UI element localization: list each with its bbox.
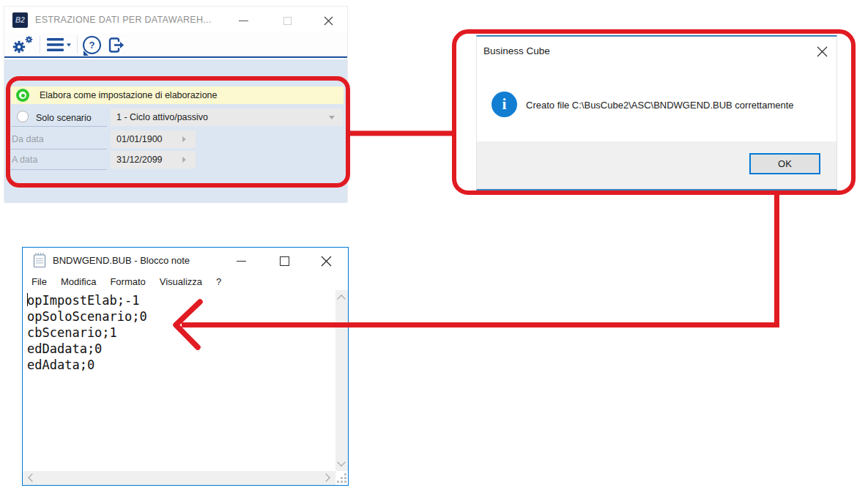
radio-inner-ring	[19, 92, 26, 99]
notepad-titlebar: BNDWGEND.BUB - Blocco note	[23, 248, 348, 273]
text-line: edAdata;0	[27, 357, 335, 373]
notepad-maximize-button[interactable]	[277, 253, 292, 268]
da-data-label: Da data	[12, 134, 44, 144]
text-line: cbScenario;1	[27, 325, 335, 341]
chevron-right-icon	[182, 136, 186, 142]
field-underline	[11, 169, 107, 170]
extraction-window: B2 ESTRAZIONE DATI PER DATAWAREH...	[4, 6, 348, 202]
toolbar-separator	[77, 36, 78, 53]
menu-file[interactable]: File	[31, 276, 47, 287]
solo-scenario-label: Solo scenario	[36, 113, 92, 123]
a-data-field[interactable]: 31/12/2099	[111, 151, 196, 169]
scroll-right-icon[interactable]	[322, 473, 330, 481]
maximize-icon	[283, 17, 292, 25]
app-logo-icon: B2	[12, 12, 28, 28]
notepad-icon	[32, 252, 47, 268]
notepad-minimize-button[interactable]	[234, 253, 248, 268]
minimize-icon	[239, 21, 248, 21]
scroll-up-icon[interactable]	[337, 295, 345, 303]
scroll-left-icon[interactable]	[28, 473, 36, 481]
dialog-footer: OK	[477, 141, 837, 189]
notepad-window: BNDWGEND.BUB - Blocco note File Modifica…	[22, 247, 349, 486]
extraction-form: Elabora come impostazione di elaborazion…	[4, 59, 347, 203]
notepad-close-button[interactable]	[319, 253, 333, 268]
dialog-title: Business Cube	[483, 45, 550, 56]
notepad-text-area[interactable]: opImpostElab;-1opSoloScenario;0cbScenari…	[23, 290, 335, 471]
canvas: B2 ESTRAZIONE DATI PER DATAWAREH...	[0, 0, 868, 496]
elabora-option-label: Elabora come impostazione di elaborazion…	[40, 90, 218, 100]
scenario-select[interactable]: 1 - Ciclo attivo/passivo	[111, 108, 343, 126]
help-icon[interactable]: ?	[83, 36, 101, 54]
extraction-toolbar: ?	[4, 33, 347, 58]
menu-visualizza[interactable]: Visualizza	[160, 276, 202, 287]
resize-grip[interactable]	[337, 473, 346, 483]
close-icon	[320, 255, 333, 267]
close-icon	[816, 45, 828, 58]
solo-scenario-radio[interactable]	[17, 111, 29, 122]
menu-formato[interactable]: Formato	[110, 276, 145, 287]
scenario-select-value: 1 - Ciclo attivo/passivo	[116, 112, 208, 122]
menu-modifica[interactable]: Modifica	[61, 276, 96, 287]
a-data-value: 31/12/2099	[116, 155, 163, 165]
radio-inner-dot	[21, 94, 25, 97]
maximize-button[interactable]	[280, 13, 294, 28]
field-underline	[11, 149, 107, 149]
business-cube-dialog: Business Cube i Creato file C:\BusCube2\…	[476, 35, 837, 190]
a-data-label: A data	[12, 155, 37, 165]
da-data-value: 01/01/1900	[116, 134, 163, 144]
text-line: opImpostElab;-1	[27, 292, 335, 308]
menu-help[interactable]: ?	[216, 276, 221, 287]
extraction-titlebar: B2 ESTRAZIONE DATI PER DATAWAREH...	[4, 7, 347, 33]
chevron-right-icon	[182, 157, 186, 163]
notepad-window-title: BNDWGEND.BUB - Blocco note	[53, 255, 190, 266]
dialog-close-button[interactable]	[813, 42, 831, 60]
field-underline	[11, 126, 107, 127]
maximize-icon	[280, 256, 289, 266]
close-icon	[323, 15, 334, 26]
settings-gears-icon[interactable]	[10, 34, 34, 56]
text-cursor	[27, 293, 28, 306]
close-button[interactable]	[321, 13, 335, 28]
da-data-field[interactable]: 01/01/1900	[111, 130, 196, 148]
elabora-radio-selected[interactable]	[16, 89, 29, 102]
text-line: opSoloScenario;0	[27, 308, 335, 325]
info-icon: i	[492, 92, 517, 117]
minimize-icon	[237, 261, 246, 262]
scroll-down-icon[interactable]	[337, 458, 345, 466]
vertical-scrollbar[interactable]	[335, 290, 348, 471]
menu-hamburger-icon[interactable]	[45, 36, 72, 53]
minimize-button[interactable]	[236, 13, 251, 28]
horizontal-scrollbar[interactable]	[23, 471, 335, 485]
exit-icon[interactable]	[106, 35, 127, 55]
ok-button[interactable]: OK	[749, 153, 820, 174]
grip-dots	[344, 481, 346, 483]
notepad-menubar: File Modifica Formato Visualizza ?	[23, 273, 348, 290]
chevron-down-icon	[329, 116, 335, 119]
help-glyph: ?	[83, 36, 101, 54]
dialog-message: Creato file C:\BusCube2\ASC\BNDWGEND.BUB…	[526, 100, 794, 111]
extraction-window-title: ESTRAZIONE DATI PER DATAWAREH...	[35, 15, 212, 25]
text-line: edDadata;0	[27, 341, 335, 357]
toolbar-separator	[40, 36, 40, 53]
elabora-option-row[interactable]: Elabora come impostazione di elaborazion…	[11, 86, 344, 104]
